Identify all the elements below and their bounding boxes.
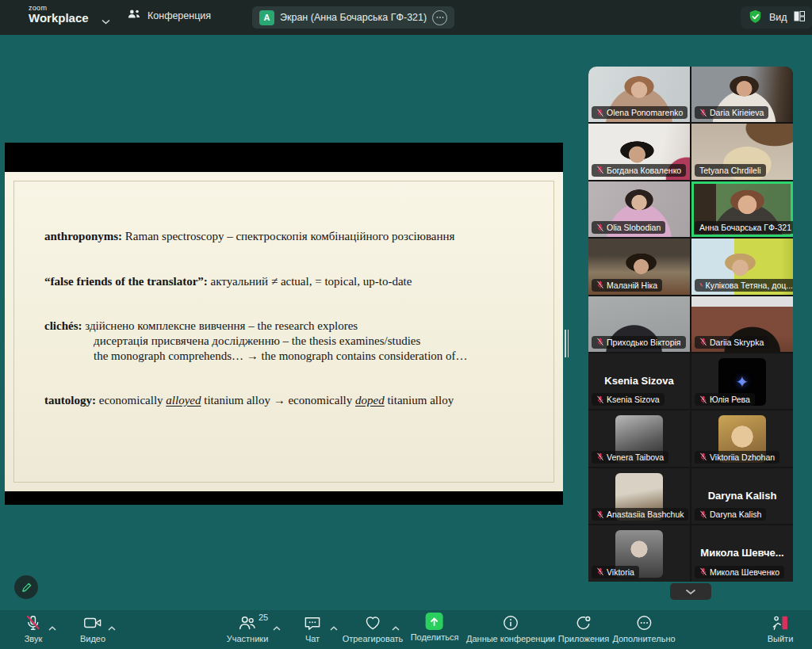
muted-mic-icon: [596, 510, 604, 519]
participant-name: Dariia Skrypka: [710, 338, 764, 347]
tile-olena-ponomarenko[interactable]: Olena Ponomarenko: [588, 67, 690, 122]
tab-shared-screen[interactable]: А Экран (Анна Бочарська ГФ-321): [252, 6, 454, 29]
video-label: Видео: [80, 634, 105, 643]
participant-name: Viktoriia Dzhohan: [710, 452, 775, 462]
muted-mic-icon: [596, 452, 604, 461]
tile-daria-kirieieva[interactable]: Daria Kirieieva: [691, 67, 793, 122]
audio-options-chevron[interactable]: [48, 620, 56, 634]
participant-name-label: Olia Slobodian: [592, 221, 665, 234]
participant-name: Anastasiia Bashchuk: [607, 510, 684, 519]
meeting-info-button[interactable]: Данные конференции: [466, 614, 555, 643]
share-screen-button[interactable]: Поделиться: [411, 614, 459, 642]
tile-dariia-skrypka[interactable]: Dariia Skrypka: [691, 296, 793, 352]
participant-center-name: Ksenia Sizova: [588, 375, 690, 387]
react-label: Отреагировать: [343, 634, 404, 643]
tile-viktoria[interactable]: Viktoria: [588, 525, 690, 581]
brand-chevron-down-icon[interactable]: [102, 13, 110, 28]
tab-conference[interactable]: Конференция: [127, 8, 211, 23]
screen-share-avatar: А: [259, 10, 274, 25]
muted-mic-icon: [596, 166, 604, 174]
tile-yuliia-reva[interactable]: ✦ Юлія Рева: [691, 353, 793, 409]
participant-name-label: Маланій Ніка: [592, 279, 662, 292]
emphasized-word: doped: [355, 394, 385, 407]
tile-tetyana-chrdileli[interactable]: Tetyana Chrdileli: [691, 124, 793, 179]
video-button[interactable]: Видео: [80, 614, 105, 643]
participant-name-label: Кулікова Тетяна, доц...: [695, 279, 793, 292]
people-icon: [127, 8, 141, 23]
tab-shared-screen-label: Экран (Анна Бочарська ГФ-321): [280, 12, 427, 23]
muted-mic-icon: [596, 395, 604, 404]
more-ellipsis-icon: [635, 614, 653, 632]
panel-resize-handle[interactable]: [564, 330, 569, 357]
share-label: Поделиться: [411, 632, 459, 642]
participant-name-label: Богдана Коваленко: [592, 164, 686, 177]
audio-button[interactable]: Звук: [25, 614, 43, 643]
muted-mic-icon: [596, 109, 604, 117]
slide-line-cliches-3: the monograph comprehends… → the monogra…: [94, 349, 468, 363]
view-control[interactable]: Вид: [741, 6, 812, 29]
leave-button[interactable]: Выйти: [768, 614, 794, 643]
tile-olia-slobodian[interactable]: Olia Slobodian: [588, 181, 690, 237]
muted-mic-icon: [699, 510, 707, 519]
participant-name: Приходько Вікторія: [607, 338, 681, 347]
participant-name: Viktoria: [607, 567, 634, 577]
emphasized-word: alloyed: [166, 394, 201, 407]
participant-name-label: Анна Бочарська ГФ-321: [695, 221, 793, 234]
participant-name: Богдана Коваленко: [607, 166, 681, 175]
participant-name-label: Ksenia Sizova: [592, 393, 665, 406]
muted-mic-icon: [596, 567, 604, 576]
tile-anna-bocharska-active-speaker[interactable]: Анна Бочарська ГФ-321: [691, 181, 793, 237]
participant-name: Olia Slobodian: [607, 223, 661, 232]
participant-name: Daria Kirieieva: [710, 108, 764, 117]
annotation-button[interactable]: [14, 575, 38, 599]
tile-ksenia-sizova[interactable]: Ksenia Sizova Ksenia Sizova: [588, 353, 690, 409]
participants-label: Участники: [227, 634, 269, 643]
tile-prykhodko-viktoriia[interactable]: Приходько Вікторія: [588, 296, 690, 352]
apps-label: Приложения: [558, 634, 609, 643]
brand-workplace: Workplace: [29, 12, 89, 25]
tile-bohdana-kovalenko[interactable]: Богдана Коваленко: [588, 124, 690, 179]
meeting-toolbar: Звук Видео Участники 25: [0, 610, 812, 649]
term-label: tautology:: [44, 394, 96, 407]
leave-label: Выйти: [768, 634, 794, 643]
leave-meeting-icon: [771, 614, 790, 632]
slide-line-tautology: tautology: economically alloyed titanium…: [44, 394, 454, 407]
shared-screen: anthroponyms: Raman spectroscopy – спект…: [5, 143, 563, 505]
tile-mykola-shevchenko[interactable]: Микола Шевче... Микола Шевченко: [691, 525, 793, 581]
chat-options-chevron[interactable]: [330, 620, 338, 634]
tile-anastasiia-bashchuk[interactable]: Anastasiia Bashchuk: [588, 468, 690, 524]
participants-options-chevron[interactable]: [273, 620, 281, 634]
muted-mic-icon: [699, 395, 707, 404]
tile-kulikova-tetyana[interactable]: Кулікова Тетяна, доц...: [691, 239, 793, 294]
participant-name-label: Юлія Рева: [695, 393, 755, 406]
gallery-scroll-down-button[interactable]: [670, 583, 711, 600]
tile-venera-taibova[interactable]: Venera Taibova: [588, 410, 690, 466]
participant-name: Юлія Рева: [710, 395, 750, 404]
muted-mic-icon: [596, 338, 604, 346]
info-icon: [502, 614, 519, 632]
share-screen-icon: [426, 613, 443, 630]
apps-button[interactable]: Приложения: [558, 614, 609, 643]
video-options-chevron[interactable]: [108, 620, 116, 634]
react-options-chevron[interactable]: [392, 620, 400, 634]
term-text: актуальний ≠ actual, = topical, up-to-da…: [208, 275, 412, 288]
participant-name-label: Viktoriia Dzhohan: [695, 451, 779, 464]
pencil-icon: [21, 582, 33, 594]
participant-name: Venera Taibova: [607, 452, 664, 462]
participant-name: Кулікова Тетяна, доц...: [706, 281, 793, 290]
muted-mic-icon: [699, 281, 703, 289]
more-button[interactable]: Дополнительно: [612, 614, 675, 643]
chat-button[interactable]: Чат: [304, 614, 322, 643]
tile-viktoriia-dzhohan[interactable]: Viktoriia Dzhohan: [691, 410, 793, 466]
participant-name-label: Olena Ponomarenko: [592, 106, 688, 119]
term-text: titanium alloy → economically: [201, 394, 355, 407]
muted-mic-icon: [699, 452, 707, 461]
tile-malanii-nika[interactable]: Маланій Ніка: [588, 239, 690, 294]
chat-bubble-icon: [304, 614, 322, 632]
participant-name-label: Venera Taibova: [592, 451, 668, 464]
participant-center-name: Daryna Kalish: [691, 490, 793, 502]
screen-tab-options-icon[interactable]: [432, 10, 447, 25]
tile-daryna-kalish[interactable]: Daryna Kalish Daryna Kalish: [691, 468, 793, 524]
security-shield-icon[interactable]: [748, 9, 763, 27]
term-text: titanium alloy: [385, 394, 454, 407]
